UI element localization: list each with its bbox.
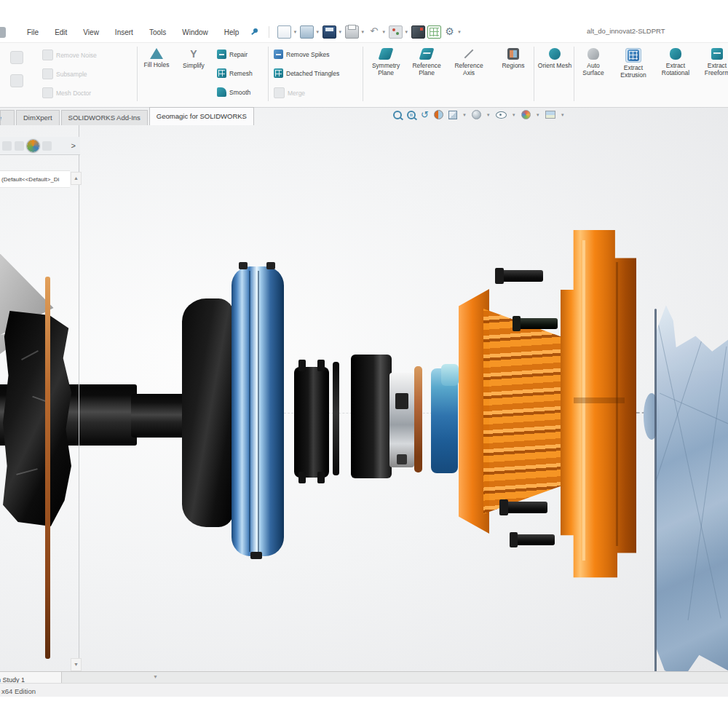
pulley-tab (250, 552, 262, 559)
fan-hub-disc-part[interactable] (182, 298, 234, 527)
o-ring-edge-part[interactable] (45, 277, 50, 659)
ribbon-button-auto-surface[interactable]: Auto Surface (576, 48, 611, 76)
tab-label: DimXpert (23, 114, 52, 122)
ribbon-button-fill-holes[interactable]: Fill Holes (140, 48, 173, 68)
pulley-tab (239, 262, 248, 269)
new-document-icon[interactable] (277, 25, 291, 39)
dropdown-caret[interactable]: ▼ (561, 113, 565, 117)
pump-housing-ribs[interactable] (483, 309, 563, 514)
orient-mesh-icon (549, 48, 561, 60)
ribbon-button-symmetry-plane[interactable]: Symmetry Plane (368, 48, 404, 76)
menu-insert[interactable]: Insert (107, 28, 141, 36)
ribbon-button-simplify[interactable]: Y Simplify (177, 48, 210, 69)
button-label: Fill Holes (144, 61, 170, 68)
hide-show-items-icon[interactable] (496, 111, 507, 119)
scan-mesh-impeller-part[interactable] (656, 301, 728, 686)
chrome-collar-part[interactable] (389, 373, 414, 467)
ribbon-button-extract-freeform[interactable]: Extract Freeform (697, 48, 728, 76)
scan-mesh-edge (654, 309, 657, 681)
bolt-part[interactable] (496, 270, 543, 282)
dropdown-caret[interactable]: ▼ (512, 113, 516, 117)
ribbon-button-orient-mesh[interactable]: Orient Mesh (537, 48, 573, 69)
mesh-wire (688, 347, 727, 620)
spreadsheet-icon[interactable] (427, 25, 441, 39)
ribbon-button-remesh[interactable]: Remesh (217, 68, 253, 78)
ribbon-button-extract-extrusion[interactable]: Extract Extrusion (613, 48, 654, 79)
pulley-tab (266, 262, 275, 269)
ribbon-button-detached-triangles[interactable]: Detached Triangles (274, 68, 339, 78)
open-icon[interactable] (300, 25, 314, 39)
motion-study-tab[interactable]: Motion Study 1 (0, 672, 62, 684)
tree-scroll-up-button[interactable]: ▲ (71, 172, 82, 185)
file-properties-icon[interactable] (411, 25, 425, 39)
dropdown-caret[interactable]: ▼ (457, 30, 462, 34)
tab-solidworks-add-ins[interactable]: SOLIDWORKS Add-Ins (61, 110, 148, 125)
previous-view-icon[interactable]: ↺ (421, 110, 429, 119)
zoom-to-area-icon[interactable] (407, 111, 416, 119)
dropdown-caret[interactable]: ▼ (462, 113, 467, 117)
ribbon-button-reference-plane[interactable]: Reference Plane (408, 48, 446, 76)
menu-file[interactable]: File (19, 28, 47, 36)
configurations-tab-icon[interactable] (42, 141, 52, 151)
dropdown-caret[interactable]: ▼ (381, 30, 386, 34)
tab-overflow-caret[interactable]: ▼ (153, 674, 158, 679)
pin-menu-icon[interactable] (250, 28, 258, 36)
display-style-icon[interactable] (472, 110, 481, 119)
tree-scroll-down-button[interactable]: ▼ (71, 658, 82, 671)
bolt-part[interactable] (511, 534, 555, 545)
ribbon-button-repair[interactable]: Repair (217, 50, 248, 59)
menu-view[interactable]: View (75, 28, 107, 36)
menu-tools[interactable]: Tools (141, 28, 174, 36)
rebuild-icon[interactable] (389, 25, 403, 39)
copper-seal-part[interactable] (414, 366, 422, 472)
tab-dimxpert[interactable]: DimXpert (16, 110, 60, 125)
options-gear-icon[interactable]: ⚙ (443, 26, 456, 38)
dropdown-caret[interactable]: ▼ (338, 30, 342, 34)
tab-geomagic-for-solidworks[interactable]: Geomagic for SOLIDWORKS (149, 107, 254, 125)
dropdown-caret[interactable]: ▼ (536, 113, 540, 117)
washer-part[interactable] (333, 362, 339, 475)
undo-icon[interactable]: ↶ (368, 26, 380, 38)
save-icon[interactable] (323, 25, 336, 39)
section-view-icon[interactable] (434, 110, 443, 119)
tab-evaluate[interactable]: Evaluate (0, 110, 15, 125)
print-icon[interactable] (345, 25, 359, 39)
apply-scene-icon[interactable] (545, 111, 555, 119)
bearing-part[interactable] (351, 355, 392, 478)
feature-tree-tab-icon[interactable] (2, 141, 12, 151)
ribbon-button-reference-axis[interactable]: Reference Axis (449, 48, 488, 76)
menu-edit[interactable]: Edit (47, 28, 75, 36)
dropdown-caret[interactable]: ▼ (360, 30, 365, 34)
feature-tree-root-item[interactable]: (Default<<Default>_Di (0, 170, 70, 188)
dropdown-caret[interactable]: ▼ (486, 113, 491, 117)
grooved-pulley-part[interactable] (232, 266, 284, 556)
bolt-part[interactable] (514, 318, 558, 329)
button-label: Reference Axis (454, 62, 483, 76)
ribbon-button-regions[interactable]: Regions (496, 48, 531, 69)
geomagic-panel-tab-icon[interactable] (27, 140, 39, 152)
spacer-ear (298, 360, 306, 371)
fill-holes-icon (150, 48, 163, 59)
graphics-viewport[interactable] (0, 108, 728, 671)
spacer-part[interactable] (294, 367, 329, 478)
spacer-ear (317, 360, 325, 371)
dropdown-caret[interactable]: ▼ (404, 30, 408, 34)
edit-appearance-icon[interactable] (521, 110, 531, 119)
ribbon-button-remove-spikes[interactable]: Remove Spikes (274, 50, 330, 59)
ribbon-button-extract-rotational[interactable]: Extract Rotational (654, 48, 697, 76)
dropdown-caret[interactable]: ▼ (315, 30, 320, 34)
menu-help[interactable]: Help (216, 28, 248, 36)
zoom-to-fit-icon[interactable] (393, 111, 402, 119)
view-orientation-icon[interactable] (448, 111, 457, 119)
tab-label: Evaluate (0, 111, 1, 125)
bolt-head (513, 316, 521, 331)
menu-window[interactable]: Window (174, 28, 216, 36)
turbine-impeller-part[interactable] (3, 311, 71, 526)
ribbon-button-smooth[interactable]: Smooth (217, 87, 250, 97)
dropdown-caret[interactable]: ▼ (293, 30, 297, 34)
panel-expand-arrow[interactable]: > (71, 141, 76, 150)
panel-splitter[interactable] (79, 125, 79, 671)
bolt-part[interactable] (501, 502, 547, 513)
property-manager-tab-icon[interactable] (15, 141, 24, 151)
pump-housing-flange-right[interactable] (561, 230, 636, 581)
